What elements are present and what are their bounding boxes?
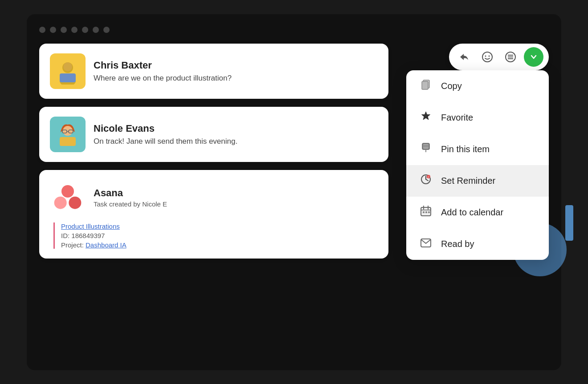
dot-3 — [61, 27, 67, 33]
dot-4 — [71, 27, 78, 33]
pin-label: Pin this item — [441, 144, 490, 154]
menu-item-reminder[interactable]: ! Set Reminder — [406, 165, 549, 197]
svg-point-3 — [63, 62, 72, 71]
calendar-icon — [419, 205, 433, 220]
menu-item-pin[interactable]: Pin this item — [406, 133, 549, 165]
dot-2 — [50, 27, 56, 33]
message-card-chris: Chris Baxter Where are we on the product… — [39, 44, 388, 99]
reply-button[interactable] — [454, 47, 474, 67]
asana-id: ID: 186849397 — [61, 232, 378, 239]
window-controls — [39, 27, 549, 33]
copy-label: Copy — [441, 81, 462, 91]
svg-rect-40 — [428, 211, 430, 213]
decorative-bar — [565, 205, 573, 241]
asana-link-product[interactable]: Product Illustrations — [61, 222, 378, 230]
svg-point-7 — [63, 126, 73, 136]
svg-rect-23 — [422, 81, 428, 89]
asana-project: Project: Dashboard IA — [61, 241, 378, 249]
message-info-nicole: Nicole Evans On track! Jane will send th… — [94, 123, 237, 146]
emoji-button[interactable] — [478, 47, 497, 67]
app-window: Chris Baxter Where are we on the product… — [27, 14, 561, 370]
avatar-chris — [50, 53, 86, 89]
menu-item-favorite[interactable]: Favorite — [406, 102, 549, 133]
svg-point-15 — [482, 52, 492, 62]
asana-header: Asana Task created by Nicole E — [50, 180, 378, 215]
svg-point-17 — [489, 55, 490, 57]
asana-subtitle: Task created by Nicole E — [94, 200, 167, 208]
messages-column: Chris Baxter Where are we on the product… — [39, 44, 388, 259]
pin-icon — [419, 141, 433, 157]
reminder-label: Set Reminder — [441, 176, 495, 186]
favorite-label: Favorite — [441, 113, 473, 123]
sender-name-nicole: Nicole Evans — [94, 123, 237, 134]
avatar-nicole — [50, 117, 86, 152]
sender-name-chris: Chris Baxter — [94, 60, 232, 71]
asana-info: Asana Task created by Nicole E — [94, 187, 167, 208]
svg-rect-25 — [423, 144, 429, 149]
asana-project-link[interactable]: Dashboard IA — [86, 241, 127, 249]
menu-item-read-by[interactable]: Read by — [406, 228, 549, 260]
svg-rect-38 — [423, 211, 425, 213]
asana-card: Asana Task created by Nicole E Product I… — [39, 170, 388, 259]
svg-point-12 — [61, 185, 74, 198]
message-card-nicole: Nicole Evans On track! Jane will send th… — [39, 107, 388, 162]
more-button[interactable] — [524, 47, 543, 67]
asana-details: Product Illustrations ID: 186849397 Proj… — [53, 222, 378, 249]
dot-1 — [39, 27, 45, 33]
svg-rect-39 — [425, 211, 427, 213]
calendar-label: Add to calendar — [441, 207, 503, 218]
menu-item-calendar[interactable]: Add to calendar — [406, 197, 549, 228]
dot-7 — [103, 27, 110, 33]
menu-button[interactable] — [501, 47, 520, 67]
right-panel: Copy Favorite — [397, 44, 549, 259]
toolbar — [449, 44, 549, 70]
message-text-nicole: On track! Jane will send them this eveni… — [94, 137, 237, 146]
dot-5 — [82, 27, 88, 33]
context-menu: Copy Favorite — [406, 70, 549, 260]
favorite-icon — [419, 110, 433, 125]
content-area: Chris Baxter Where are we on the product… — [39, 44, 549, 259]
read-by-icon — [419, 236, 433, 252]
message-info-chris: Chris Baxter Where are we on the product… — [94, 60, 232, 83]
svg-point-16 — [485, 55, 486, 57]
read-by-label: Read by — [441, 239, 474, 249]
svg-point-13 — [54, 196, 67, 209]
svg-point-14 — [69, 196, 81, 209]
svg-text:!: ! — [428, 176, 429, 178]
svg-rect-11 — [60, 137, 76, 146]
dot-6 — [93, 27, 99, 33]
asana-logo — [50, 180, 86, 215]
reminder-icon: ! — [419, 173, 433, 189]
menu-item-copy[interactable]: Copy — [406, 70, 549, 102]
copy-icon — [419, 78, 433, 94]
asana-app-name: Asana — [94, 187, 167, 199]
svg-rect-4 — [60, 73, 76, 82]
message-text-chris: Where are we on the product illustration… — [94, 74, 232, 83]
